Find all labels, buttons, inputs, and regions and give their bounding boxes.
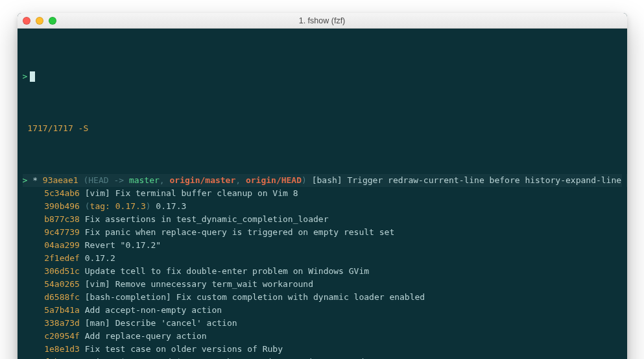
commit-hash: 306d51c	[44, 265, 80, 278]
graph-marker: *	[32, 174, 43, 187]
commit-hash: 5a7b41a	[44, 304, 80, 317]
commit-entry[interactable]: d6588fc [bash-completion] Fix custom com…	[23, 291, 622, 304]
terminal-window: 1. fshow (fzf) > 1717/1717 -S > * 93aeae…	[18, 13, 627, 359]
fzf-query-input[interactable]: >	[23, 70, 622, 83]
commit-hash: 5c34ab6	[44, 187, 80, 200]
refs-close: )	[146, 200, 151, 213]
commit-entry[interactable]: c20954f Add replace-query action	[23, 330, 622, 343]
commit-message: 0.17.3	[151, 200, 187, 213]
ref-reftag: tag: 0.17.3	[90, 200, 146, 213]
counter-switch: -S	[78, 122, 89, 135]
commit-entry[interactable]: f6b1962 Inject $LINES and $COLUMNS when …	[23, 356, 622, 359]
entry-gutter	[23, 278, 34, 291]
commit-message: [vim] Fix terminal buffer cleanup on Vim…	[85, 187, 298, 200]
titlebar[interactable]: 1. fshow (fzf)	[18, 13, 627, 29]
commit-entry[interactable]: 338a73d [man] Describe 'cancel' action	[23, 317, 622, 330]
entry-gutter	[23, 330, 34, 343]
commit-entry[interactable]: 54a0265 [vim] Remove unnecessary term_wa…	[23, 278, 622, 291]
commit-entry[interactable]: b877c38 Fix assertions in test_dynamic_c…	[23, 213, 622, 226]
entry-gutter	[23, 265, 34, 278]
ref-dim: ,	[235, 174, 246, 187]
commit-hash: 54a0265	[44, 278, 80, 291]
traffic-lights	[23, 17, 56, 25]
commit-entry[interactable]: 1e8e1d3 Fix test case on older versions …	[23, 343, 622, 356]
commit-hash: 1e8e1d3	[44, 343, 80, 356]
commit-hash: d6588fc	[44, 291, 80, 304]
commit-message: Fix test case on older versions of Ruby	[85, 343, 283, 356]
entry-gutter	[23, 317, 34, 330]
commit-hash: f6b1962	[44, 356, 80, 359]
commit-entry[interactable]: 5c34ab6 [vim] Fix terminal buffer cleanu…	[23, 187, 622, 200]
entry-gutter	[23, 291, 34, 304]
commit-message: [bash] Trigger redraw-current-line befor…	[307, 174, 626, 187]
commit-message: Inject $LINES and $COLUMNS when running …	[85, 356, 364, 359]
commit-entry[interactable]: 04aa299 Revert "0.17.2"	[23, 239, 622, 252]
maximize-icon[interactable]	[49, 17, 56, 25]
ref-reforigin: origin/HEAD	[246, 174, 302, 187]
fzf-result-list[interactable]: > * 93aeae1 (HEAD -> master, origin/mast…	[23, 174, 622, 359]
close-icon[interactable]	[23, 17, 30, 25]
counter-current: 1717	[27, 122, 47, 135]
commit-message: [bash-completion] Fix custom completion …	[85, 291, 425, 304]
entry-gutter	[23, 226, 34, 239]
counter-total: 1717	[53, 122, 73, 135]
commit-message: Fix panic when replace-query is triggere…	[85, 226, 394, 239]
entry-gutter: >	[23, 174, 33, 187]
refs-close: )	[302, 174, 307, 187]
commit-message: 0.17.2	[85, 252, 115, 265]
commit-hash: b877c38	[44, 213, 80, 226]
cursor-icon	[30, 71, 35, 82]
commit-message: Add replace-query action	[85, 330, 207, 343]
commit-hash: 93aeae1	[43, 174, 78, 187]
commit-message: Add accept-non-empty action	[85, 304, 222, 317]
commit-hash: 04aa299	[44, 239, 80, 252]
commit-hash: 338a73d	[44, 317, 80, 330]
commit-entry[interactable]: 306d51c Update tcell to fix double-enter…	[23, 265, 622, 278]
commit-hash: 9c47739	[44, 226, 80, 239]
entry-gutter	[23, 213, 34, 226]
fzf-counter: 1717/1717 -S	[23, 122, 622, 135]
entry-gutter	[23, 187, 34, 200]
refs-open: (	[83, 174, 88, 187]
commit-entry[interactable]: 2f1edef 0.17.2	[23, 252, 622, 265]
commit-hash: 390b496	[44, 200, 80, 213]
commit-message: Revert "0.17.2"	[85, 239, 161, 252]
truncated-suffix: 3 da..	[626, 174, 627, 187]
commit-entry[interactable]: > * 93aeae1 (HEAD -> master, origin/mast…	[23, 174, 622, 187]
prompt-char: >	[23, 70, 28, 83]
ref-refbranch: master	[129, 174, 160, 187]
ref-reforigin: origin/master	[170, 174, 236, 187]
minimize-icon[interactable]	[36, 17, 43, 25]
refs-open: (	[85, 200, 90, 213]
entry-gutter	[23, 343, 34, 356]
commit-entry[interactable]: 390b496 (tag: 0.17.3) 0.17.3	[23, 200, 622, 213]
commit-message: Update tcell to fix double-enter problem…	[85, 265, 369, 278]
entry-gutter	[23, 304, 34, 317]
commit-hash: c20954f	[44, 330, 80, 343]
commit-message: [man] Describe 'cancel' action	[85, 317, 237, 330]
commit-hash: 2f1edef	[44, 252, 80, 265]
terminal-body[interactable]: > 1717/1717 -S > * 93aeae1 (HEAD -> mast…	[18, 29, 627, 359]
ref-dim: HEAD ->	[88, 174, 129, 187]
commit-message: [vim] Remove unnecessary term_wait worka…	[85, 278, 313, 291]
commit-message: Fix assertions in test_dynamic_completio…	[85, 213, 329, 226]
entry-gutter	[23, 356, 34, 359]
commit-entry[interactable]: 5a7b41a Add accept-non-empty action	[23, 304, 622, 317]
ref-dim: ,	[160, 174, 170, 187]
commit-entry[interactable]: 9c47739 Fix panic when replace-query is …	[23, 226, 622, 239]
entry-gutter	[23, 252, 34, 265]
entry-gutter	[23, 200, 34, 213]
entry-gutter	[23, 239, 34, 252]
window-title: 1. fshow (fzf)	[18, 16, 627, 25]
